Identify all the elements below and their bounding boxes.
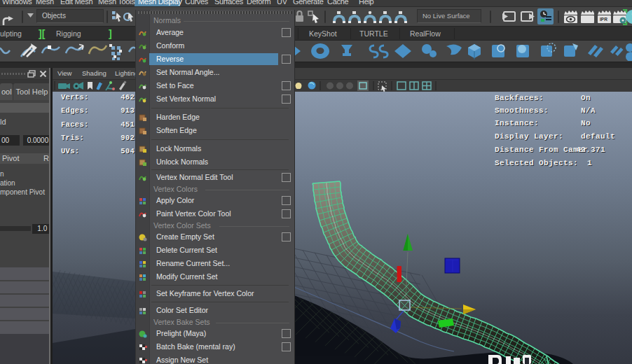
svg-text:Verts:: Verts: bbox=[61, 93, 89, 102]
svg-text:Smoothness:: Smoothness: bbox=[495, 106, 549, 115]
svg-text:N/A: N/A bbox=[581, 106, 596, 115]
svg-text:No: No bbox=[581, 119, 591, 127]
svg-text:Display Layer:: Display Layer: bbox=[495, 132, 563, 141]
svg-text:Edges:: Edges: bbox=[61, 106, 89, 115]
svg-text:42.371: 42.371 bbox=[576, 146, 605, 154]
svg-text:902: 902 bbox=[121, 134, 135, 142]
svg-text:Tris:: Tris: bbox=[61, 134, 84, 142]
svg-text:Faces:: Faces: bbox=[61, 120, 89, 129]
svg-text:462: 462 bbox=[121, 93, 135, 102]
svg-text:1: 1 bbox=[587, 159, 592, 167]
svg-text:UVs:: UVs: bbox=[61, 147, 79, 155]
svg-text:Backfaces:: Backfaces: bbox=[495, 94, 544, 102]
svg-text:Instance:: Instance: bbox=[495, 119, 539, 127]
svg-text:451: 451 bbox=[121, 120, 135, 129]
svg-text:504: 504 bbox=[121, 147, 135, 155]
svg-text:IPR: IPR bbox=[600, 17, 607, 22]
svg-text:Selected Objects:: Selected Objects: bbox=[495, 159, 578, 167]
svg-text:On: On bbox=[581, 94, 591, 102]
svg-text:Distance From Camer: Distance From Camer bbox=[495, 146, 588, 154]
svg-text:913: 913 bbox=[121, 106, 135, 115]
svg-text:default: default bbox=[581, 132, 615, 141]
